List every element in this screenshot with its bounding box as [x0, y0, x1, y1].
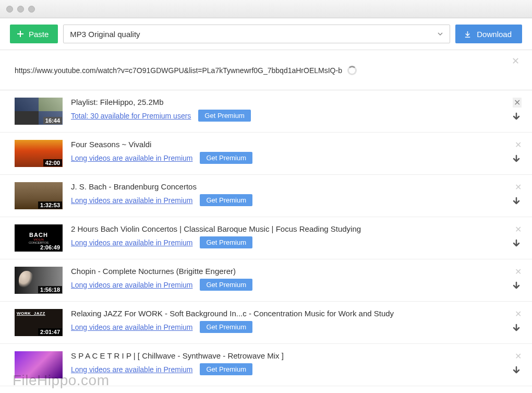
item-download-icon[interactable]	[511, 112, 522, 124]
item-download-icon[interactable]	[511, 323, 522, 336]
thumbnail[interactable]: 16:44	[15, 98, 63, 125]
item-title: Relaxing JAZZ For WORK - Soft Background…	[71, 309, 506, 318]
item-sub-row: Long videos are available in Premium Get…	[71, 321, 506, 333]
close-icon[interactable]: ✕	[515, 224, 522, 234]
list-item: 1:32:53 J. S. Bach - Brandenburg Concert…	[0, 175, 532, 217]
url-bar: https://www.youtube.com/watch?v=c7O91GDW…	[0, 50, 532, 90]
thumbnail[interactable]: 42:00	[15, 140, 63, 167]
thumbnail[interactable]: 1:56:18	[15, 267, 63, 294]
item-actions: ✕	[511, 267, 522, 293]
thumbnail-duration: 2:06:49	[38, 244, 62, 251]
close-icon[interactable]: ✕	[515, 309, 522, 319]
item-title: 2 Hours Bach Violin Concertos | Classica…	[71, 224, 506, 233]
item-title: Playlist: FileHippo, 25.2Mb	[71, 98, 506, 106]
item-body: Four Seasons ~ Vivaldi Long videos are a…	[71, 140, 506, 164]
plus-icon	[16, 30, 25, 38]
item-sub-row: Long videos are available in Premium Get…	[71, 236, 506, 248]
item-body: 2 Hours Bach Violin Concertos | Classica…	[71, 224, 506, 248]
item-body: S P A C E T R I P | [ Chillwave - Synthw…	[71, 351, 506, 375]
list-item: WORK JAZZ 2:01:47 Relaxing JAZZ For WORK…	[0, 302, 532, 344]
window-titlebar	[0, 0, 532, 18]
get-premium-button[interactable]: Get Premium	[200, 236, 252, 248]
close-icon[interactable]: ✕	[515, 140, 522, 150]
chevron-down-icon	[437, 30, 443, 39]
main-toolbar: Paste MP3 Original quality Download	[0, 18, 532, 50]
zoom-window-icon[interactable]	[28, 6, 35, 13]
item-title: J. S. Bach - Brandenburg Concertos	[71, 182, 506, 191]
premium-info-link[interactable]: Long videos are available in Premium	[71, 281, 192, 289]
premium-info-link[interactable]: Long videos are available in Premium	[71, 323, 192, 331]
thumbnail[interactable]: 1:32:53	[15, 182, 63, 209]
get-premium-button[interactable]: Get Premium	[200, 279, 252, 291]
get-premium-button[interactable]: Get Premium	[198, 110, 251, 122]
item-title: Four Seasons ~ Vivaldi	[71, 140, 506, 149]
item-body: J. S. Bach - Brandenburg Concertos Long …	[71, 182, 506, 206]
item-title: Chopin - Complete Nocturnes (Brigitte En…	[71, 267, 506, 276]
item-body: Relaxing JAZZ For WORK - Soft Background…	[71, 309, 506, 333]
url-text: https://www.youtube.com/watch?v=c7O91GDW…	[15, 66, 342, 75]
item-sub-row: Long videos are available in Premium Get…	[71, 194, 506, 206]
get-premium-button[interactable]: Get Premium	[200, 363, 252, 375]
thumbnail-duration: 42:00	[43, 159, 62, 166]
premium-info-link[interactable]: Long videos are available in Premium	[71, 239, 192, 247]
paste-button[interactable]: Paste	[10, 25, 58, 43]
close-icon[interactable]: ✕	[513, 98, 522, 108]
item-sub-row: Long videos are available in Premium Get…	[71, 279, 506, 291]
item-download-icon[interactable]	[511, 365, 522, 378]
item-actions: ✕	[511, 224, 522, 251]
item-actions: ✕	[511, 98, 522, 124]
url-close-icon[interactable]: ✕	[512, 55, 519, 67]
item-download-icon[interactable]	[511, 196, 522, 209]
thumbnail[interactable]: BACHVIOLINCONCERTOS 2:06:49	[15, 224, 63, 252]
item-body: Chopin - Complete Nocturnes (Brigitte En…	[71, 267, 506, 291]
minimize-window-icon[interactable]	[17, 6, 24, 13]
thumbnail[interactable]: WORK JAZZ 2:01:47	[15, 309, 63, 336]
premium-info-link[interactable]: Total: 30 available for Premium users	[71, 112, 191, 120]
close-window-icon[interactable]	[6, 6, 13, 13]
item-actions: ✕	[511, 182, 522, 209]
download-list: 16:44 Playlist: FileHippo, 25.2Mb Total:…	[0, 90, 532, 386]
thumbnail-duration: 1:56:18	[38, 286, 62, 293]
item-actions: ✕	[511, 351, 522, 378]
item-download-icon[interactable]	[511, 239, 522, 251]
list-item: 42:00 Four Seasons ~ Vivaldi Long videos…	[0, 133, 532, 175]
list-item: BACHVIOLINCONCERTOS 2:06:49 2 Hours Bach…	[0, 217, 532, 259]
item-sub-row: Total: 30 available for Premium users Ge…	[71, 110, 506, 122]
close-icon[interactable]: ✕	[515, 182, 522, 192]
quality-select[interactable]: MP3 Original quality	[63, 25, 450, 43]
item-sub-row: Long videos are available in Premium Get…	[71, 363, 506, 375]
item-actions: ✕	[511, 309, 522, 336]
loading-spinner-icon	[347, 66, 357, 75]
thumbnail-duration: 2:01:47	[38, 328, 62, 336]
item-download-icon[interactable]	[511, 281, 522, 293]
list-item: 16:44 Playlist: FileHippo, 25.2Mb Total:…	[0, 90, 532, 133]
get-premium-button[interactable]: Get Premium	[200, 321, 252, 333]
download-icon	[464, 30, 471, 38]
get-premium-button[interactable]: Get Premium	[200, 152, 252, 164]
thumbnail-duration: 16:44	[43, 117, 62, 124]
close-icon[interactable]: ✕	[515, 267, 522, 277]
download-button-label: Download	[477, 30, 512, 39]
quality-select-value: MP3 Original quality	[70, 30, 140, 39]
watermark-text: FileHippo.com	[13, 372, 109, 389]
premium-info-link[interactable]: Long videos are available in Premium	[71, 154, 192, 162]
get-premium-button[interactable]: Get Premium	[200, 194, 252, 206]
premium-info-link[interactable]: Long videos are available in Premium	[71, 196, 192, 205]
close-icon[interactable]: ✕	[515, 351, 522, 361]
item-title: S P A C E T R I P | [ Chillwave - Synthw…	[71, 351, 506, 360]
item-actions: ✕	[511, 140, 522, 166]
download-button[interactable]: Download	[455, 25, 522, 43]
paste-button-label: Paste	[29, 30, 49, 39]
item-body: Playlist: FileHippo, 25.2Mb Total: 30 av…	[71, 98, 506, 122]
item-download-icon[interactable]	[511, 154, 522, 166]
thumbnail-duration: 1:32:53	[38, 201, 62, 209]
list-item: 1:56:18 Chopin - Complete Nocturnes (Bri…	[0, 259, 532, 302]
item-sub-row: Long videos are available in Premium Get…	[71, 152, 506, 164]
